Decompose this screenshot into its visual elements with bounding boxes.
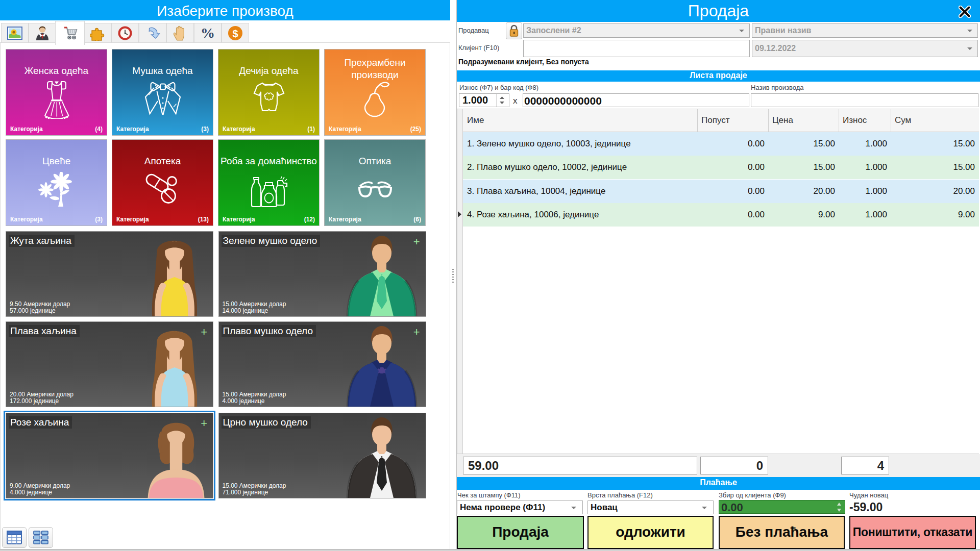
svg-text:%: % <box>201 26 215 41</box>
svg-text:$: $ <box>232 28 238 39</box>
